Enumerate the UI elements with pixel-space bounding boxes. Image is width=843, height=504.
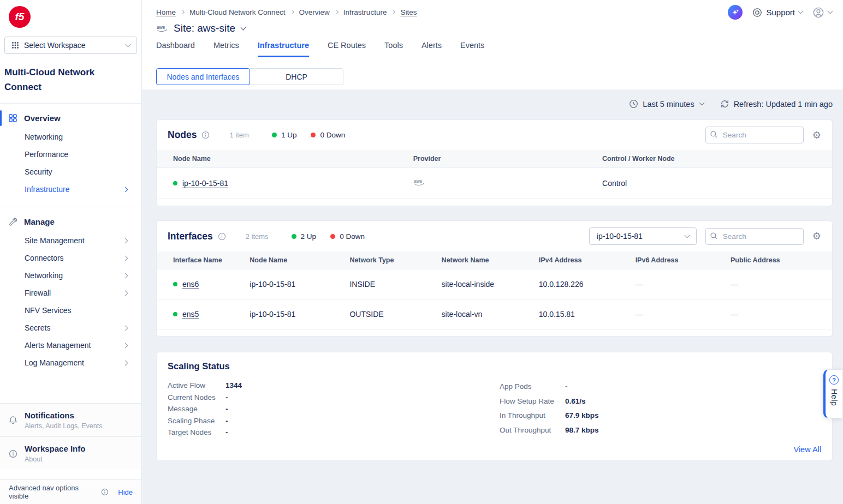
user-menu[interactable] [812, 7, 832, 19]
sidebar-item-security[interactable]: Security [0, 163, 141, 181]
sidebar-item-site-management[interactable]: Site Management [0, 232, 141, 249]
scaling-value: - [225, 403, 228, 415]
interface-public-address: — [724, 269, 832, 299]
bell-icon [9, 411, 17, 430]
sidebar-item-manage[interactable]: Manage [0, 212, 141, 232]
avatar-icon [812, 7, 824, 19]
gear-icon[interactable]: ⚙ [812, 231, 821, 241]
table-row: ens6 ip-10-0-15-81 INSIDE site-local-ins… [157, 269, 832, 299]
tab-events[interactable]: Events [460, 41, 484, 57]
sidebar-item-overview[interactable]: Overview [0, 108, 141, 128]
sidebar-item-connectors[interactable]: Connectors [0, 249, 141, 267]
time-range-selector[interactable]: Last 5 minutes [629, 99, 703, 109]
help-tab[interactable]: ? Help [823, 369, 843, 418]
sidebar-item-networking-manage[interactable]: Networking [0, 267, 141, 284]
tab-dashboard[interactable]: Dashboard [156, 41, 195, 57]
chevron-down-icon [684, 232, 690, 238]
node-filter-value: ip-10-0-15-81 [597, 232, 643, 241]
sidebar-item-secrets[interactable]: Secrets [0, 319, 141, 337]
chevron-down-icon [699, 100, 704, 106]
interface-name-link[interactable]: ens6 [182, 280, 199, 289]
sidebar-item-networking[interactable]: Networking [0, 128, 141, 146]
tab-tools[interactable]: Tools [384, 41, 403, 57]
interface-ipv4: 10.0.128.226 [532, 269, 629, 299]
up-status-dot [272, 133, 277, 137]
interface-public-address: — [724, 299, 832, 329]
support-label: Support [766, 8, 795, 17]
interface-name-link[interactable]: ens5 [182, 310, 199, 319]
tab-infrastructure[interactable]: Infrastructure [258, 41, 309, 57]
subtab-nodes-and-interfaces[interactable]: Nodes and Interfaces [156, 68, 250, 85]
nodes-search-input[interactable] [705, 127, 804, 143]
aws-icon: aws [156, 25, 169, 33]
sidebar-item-firewall[interactable]: Firewall [0, 284, 141, 302]
sidebar-item-label: Performance [25, 150, 68, 159]
breadcrumb-separator-icon [290, 10, 294, 14]
chevron-right-icon [123, 255, 128, 261]
breadcrumb-home[interactable]: Home [156, 8, 176, 16]
tab-ce-routes[interactable]: CE Routes [328, 41, 366, 57]
main-area: Home Multi-Cloud Network Connect Overvie… [142, 0, 843, 504]
sidebar-item-log-management[interactable]: Log Management [0, 354, 141, 371]
f5-logo[interactable]: f5 [9, 6, 31, 28]
subtab-group: Nodes and Interfaces DHCP [156, 68, 832, 85]
breadcrumb-overview[interactable]: Overview [299, 8, 330, 16]
scaling-status-card: Scaling Status Active Flow1344 Current N… [156, 352, 833, 461]
scaling-value: 0.61/s [565, 394, 586, 409]
subtab-dhcp[interactable]: DHCP [250, 68, 343, 85]
column-header: Network Name [435, 251, 532, 269]
node-role: Control [596, 168, 832, 199]
scaling-label: Message [168, 403, 225, 415]
workspace-selector[interactable]: Select Workspace [4, 37, 137, 54]
scaling-label: Out Throughput [500, 423, 565, 438]
node-filter-select[interactable]: ip-10-0-15-81 [589, 227, 697, 245]
scaling-status-title: Scaling Status [168, 361, 821, 371]
node-name-link[interactable]: ip-10-0-15-81 [182, 179, 228, 188]
up-status-label: 2 Up [301, 232, 317, 241]
grid-dots-icon [11, 41, 19, 49]
view-all-link[interactable]: View All [793, 445, 821, 454]
chevron-right-icon [123, 325, 128, 331]
svg-text:aws: aws [157, 25, 165, 29]
support-menu[interactable]: Support [752, 8, 803, 17]
tab-metrics[interactable]: Metrics [213, 41, 239, 57]
tab-alerts[interactable]: Alerts [422, 41, 442, 57]
site-selector-chevron-icon[interactable] [241, 25, 246, 30]
refresh-button[interactable]: Refresh: Updated 1 min ago [720, 99, 833, 109]
clock-icon [629, 99, 638, 109]
table-row: ip-10-0-15-81 aws Control [157, 168, 832, 199]
sidebar-item-alerts-management[interactable]: Alerts Management [0, 337, 141, 354]
sidebar-item-label: Alerts Management [25, 341, 91, 350]
chevron-down-icon [126, 41, 131, 47]
scaling-value: - [225, 415, 228, 427]
sidebar-item-workspace-info[interactable]: Workspace Info About [0, 436, 141, 470]
hide-nav-link[interactable]: Hide [118, 488, 133, 496]
down-status-dot [330, 234, 335, 239]
info-icon[interactable] [201, 131, 210, 139]
sidebar-item-performance[interactable]: Performance [0, 146, 141, 163]
gear-icon[interactable]: ⚙ [812, 130, 821, 140]
sidebar-item-nfv-services[interactable]: NFV Services [0, 302, 141, 319]
sidebar-item-label: Secrets [25, 323, 50, 332]
search-icon [710, 130, 718, 139]
column-header: Control / Worker Node [596, 150, 832, 168]
info-icon[interactable] [218, 232, 226, 241]
scaling-label: Current Nodes [168, 392, 225, 404]
info-icon [101, 488, 109, 496]
ai-assistant-button[interactable] [728, 5, 743, 20]
chevron-right-icon [123, 360, 128, 365]
breadcrumb-mcn-connect[interactable]: Multi-Cloud Network Connect [189, 8, 286, 16]
interface-node: ip-10-0-15-81 [243, 269, 343, 299]
scaling-label: App Pods [500, 380, 565, 394]
scaling-value: - [225, 427, 228, 439]
breadcrumb-sites[interactable]: Sites [400, 8, 417, 16]
chevron-down-icon [798, 9, 804, 14]
divider [0, 207, 141, 207]
breadcrumb-infrastructure[interactable]: Infrastructure [343, 8, 387, 16]
interface-ipv6: — [629, 269, 724, 299]
interfaces-search-input[interactable] [705, 228, 804, 245]
interface-network-type: OUTSIDE [343, 299, 435, 329]
sidebar-item-notifications[interactable]: Notifications Alerts, Audit Logs, Events [0, 403, 141, 436]
scaling-value: 98.7 kbps [565, 423, 599, 438]
sidebar-item-infrastructure[interactable]: Infrastructure [0, 181, 141, 198]
